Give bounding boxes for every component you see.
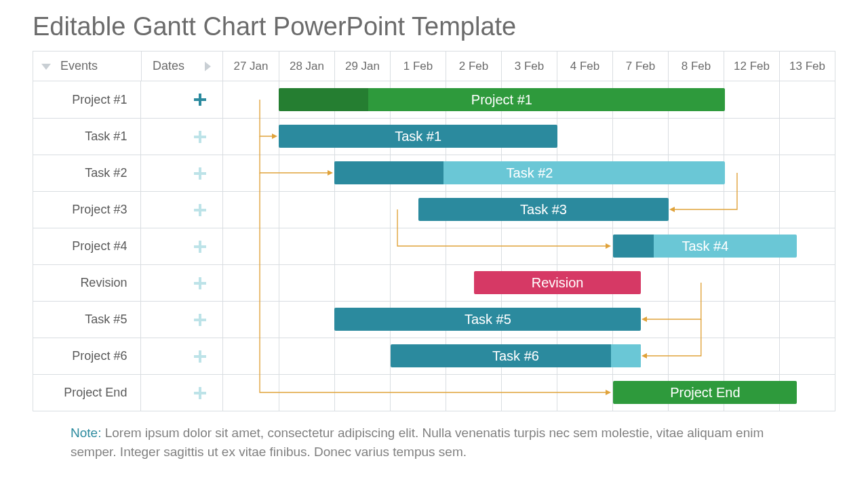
plus-icon[interactable]	[194, 350, 206, 363]
row-expand[interactable]	[141, 81, 222, 118]
gantt-body: Project #1Task #1Task #2Project #3Projec…	[33, 81, 835, 411]
row-expand[interactable]	[141, 155, 222, 191]
date-cell: 28 Jan	[279, 52, 334, 81]
date-cell: 29 Jan	[334, 52, 390, 81]
date-cell: 1 Feb	[390, 52, 446, 81]
date-cell: 13 Feb	[779, 52, 835, 81]
date-cell: 12 Feb	[724, 52, 779, 81]
gantt-row: Project #6	[33, 338, 835, 374]
gantt-row: Revision	[33, 264, 835, 301]
note: Note: Lorem ipsum dolor sit amet, consec…	[71, 424, 789, 461]
date-cell: 2 Feb	[446, 52, 501, 81]
header-dates[interactable]: Dates	[142, 52, 223, 81]
plus-icon[interactable]	[194, 167, 206, 180]
row-label: Project End	[33, 375, 141, 411]
chevron-down-icon[interactable]	[41, 62, 51, 71]
plus-icon[interactable]	[194, 314, 206, 326]
plus-icon[interactable]	[194, 204, 206, 216]
plus-icon[interactable]	[194, 131, 206, 143]
date-cell: 7 Feb	[612, 52, 668, 81]
row-label: Task #1	[33, 119, 141, 155]
header-dates-label: Dates	[153, 59, 184, 73]
gantt-row: Project End	[33, 374, 835, 411]
header-timeline: 27 Jan28 Jan29 Jan1 Feb2 Feb3 Feb4 Feb7 …	[223, 52, 835, 81]
gantt-row: Task #1	[33, 118, 835, 155]
plus-icon[interactable]	[194, 94, 206, 106]
row-label: Task #5	[33, 302, 141, 338]
header-events[interactable]: Events	[33, 52, 142, 81]
row-expand[interactable]	[141, 375, 222, 411]
gantt-row: Project #3	[33, 191, 835, 228]
row-expand[interactable]	[141, 228, 222, 264]
row-expand[interactable]	[141, 265, 222, 301]
row-expand[interactable]	[141, 338, 222, 374]
row-label: Task #2	[33, 155, 141, 191]
header-events-label: Events	[60, 59, 98, 73]
page-title: Editable Gantt Chart PowerPoint Template	[33, 12, 835, 41]
row-label: Project #4	[33, 228, 141, 264]
row-label: Project #1	[33, 81, 141, 118]
plus-icon[interactable]	[194, 277, 206, 289]
row-label: Revision	[33, 265, 141, 301]
row-expand[interactable]	[141, 192, 222, 228]
date-cell: 8 Feb	[668, 52, 724, 81]
gantt-header: Events Dates 27 Jan28 Jan29 Jan1 Feb2 Fe…	[33, 52, 835, 81]
gantt-chart: Events Dates 27 Jan28 Jan29 Jan1 Feb2 Fe…	[33, 51, 835, 411]
row-expand[interactable]	[141, 302, 222, 338]
date-cell: 4 Feb	[557, 52, 612, 81]
row-label: Project #6	[33, 338, 141, 374]
row-label: Project #3	[33, 192, 141, 228]
row-expand[interactable]	[141, 119, 222, 155]
plus-icon[interactable]	[194, 387, 206, 399]
note-label: Note:	[71, 426, 101, 440]
chevron-right-icon[interactable]	[202, 62, 212, 71]
gantt-row: Task #5	[33, 301, 835, 338]
gantt-row: Project #1	[33, 81, 835, 118]
gantt-row: Task #2	[33, 155, 835, 191]
gantt-row: Project #4	[33, 228, 835, 264]
date-cell: 27 Jan	[223, 52, 279, 81]
plus-icon[interactable]	[194, 241, 206, 253]
date-cell: 3 Feb	[501, 52, 557, 81]
note-text: Lorem ipsum dolor sit amet, consectetur …	[71, 426, 764, 459]
